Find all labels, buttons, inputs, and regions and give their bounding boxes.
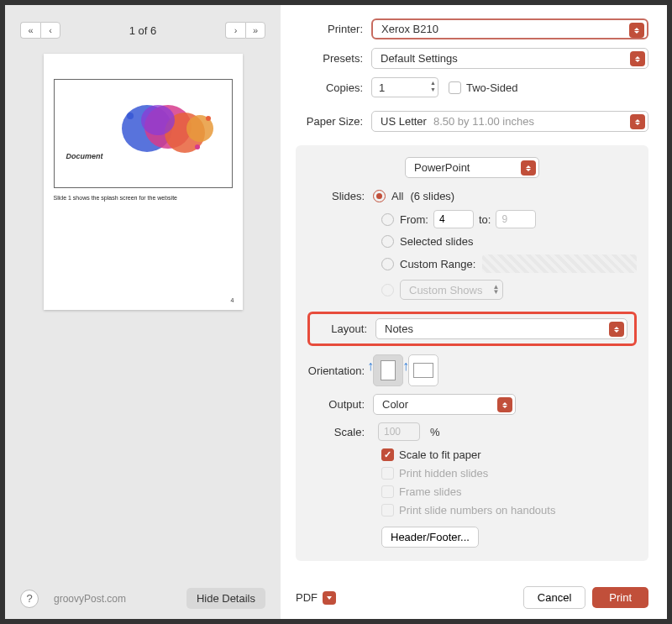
app-section-select[interactable]: PowerPoint	[405, 157, 539, 178]
scale-fit-checkbox[interactable]	[381, 448, 394, 461]
slide-notes-caption: Slide 1 shows the splash screen for the …	[54, 195, 233, 201]
orientation-landscape-button[interactable]: ↑	[408, 354, 438, 386]
slides-from-input[interactable]	[433, 210, 474, 228]
printer-select[interactable]: Xerox B210	[371, 18, 648, 39]
presets-value: Default Settings	[381, 52, 458, 65]
next-page-button[interactable]: ›	[225, 22, 245, 39]
svg-point-7	[195, 144, 200, 149]
frame-slides-label: Frame slides	[399, 485, 461, 498]
up-arrow-icon: ↑	[367, 359, 374, 374]
layout-label: Layout:	[310, 322, 375, 335]
custom-range-input[interactable]	[482, 254, 637, 273]
paper-size-value: US Letter	[381, 115, 427, 128]
layout-select[interactable]: Notes	[375, 318, 627, 339]
printer-value: Xerox B210	[381, 23, 438, 35]
scale-pct: %	[430, 426, 440, 438]
output-select[interactable]: Color	[373, 394, 516, 415]
first-page-button[interactable]: «	[20, 22, 40, 39]
presets-label: Presets:	[296, 52, 371, 65]
slides-custom-range-radio[interactable]	[381, 258, 394, 270]
nav-first-prev: « ‹	[20, 22, 60, 39]
orientation-label: Orientation:	[307, 364, 373, 377]
svg-point-5	[127, 113, 134, 119]
pdf-label: PDF	[296, 591, 318, 604]
help-button[interactable]: ?	[20, 590, 39, 608]
dropdown-caret-icon	[609, 322, 624, 337]
slides-from-label: From:	[400, 213, 428, 226]
cancel-button[interactable]: Cancel	[523, 586, 585, 609]
presets-select[interactable]: Default Settings	[371, 48, 648, 69]
slide-numbers-label: Print slide numbers on handouts	[399, 504, 555, 517]
portrait-page-icon	[381, 360, 396, 380]
scale-label: Scale:	[307, 426, 373, 438]
slides-to-input[interactable]	[496, 210, 536, 228]
watermark-text: groovyPost.com	[54, 593, 186, 605]
app-section-value: PowerPoint	[414, 161, 470, 174]
output-label: Output:	[307, 398, 373, 411]
print-button[interactable]: Print	[592, 587, 648, 608]
prev-page-button[interactable]: ‹	[40, 22, 60, 39]
pdf-menu-button[interactable]: PDF	[296, 591, 336, 605]
copies-label: Copies:	[296, 81, 371, 94]
dropdown-caret-icon	[521, 160, 536, 176]
svg-point-3	[141, 105, 175, 135]
up-arrow-icon: ↑	[402, 359, 409, 374]
header-footer-button[interactable]: Header/Footer...	[381, 527, 479, 548]
slides-from-radio[interactable]	[381, 213, 394, 226]
hidden-slides-label: Print hidden slides	[399, 467, 488, 480]
dropdown-caret-icon	[323, 591, 336, 605]
custom-shows-value: Custom Shows	[409, 284, 482, 296]
paper-size-label: Paper Size:	[296, 115, 371, 128]
copies-value: 1	[379, 81, 385, 94]
landscape-page-icon	[413, 363, 433, 378]
slides-custom-range-label: Custom Range:	[400, 258, 475, 270]
hide-details-button[interactable]: Hide Details	[186, 588, 265, 609]
last-page-button[interactable]: »	[245, 22, 265, 39]
scale-input[interactable]	[378, 422, 420, 441]
slides-custom-shows-radio	[381, 284, 394, 296]
frame-slides-checkbox	[381, 485, 394, 498]
stepper-arrows-icon[interactable]: ▲▼	[430, 80, 436, 93]
layout-highlight: Layout: Notes	[307, 312, 637, 346]
output-value: Color	[382, 398, 408, 411]
slides-all-label: All	[391, 190, 403, 202]
slides-selected-radio[interactable]	[381, 235, 394, 248]
paper-size-select[interactable]: US Letter 8.50 by 11.00 inches	[371, 111, 648, 132]
slide-preview: Document	[54, 79, 233, 188]
custom-shows-select: Custom Shows ▲▼	[400, 280, 503, 300]
slides-all-count: (6 slides)	[410, 190, 454, 202]
page-counter: 1 of 6	[129, 24, 157, 37]
splash-graphic-icon	[101, 87, 227, 170]
dropdown-caret-icon	[629, 23, 644, 38]
two-sided-label: Two-Sided	[466, 81, 517, 94]
slides-label: Slides:	[307, 190, 373, 202]
preview-page-number: 4	[231, 297, 234, 303]
printer-label: Printer:	[296, 23, 371, 35]
app-options-box: PowerPoint Slides: All (6 slides) From: …	[296, 145, 648, 561]
copies-stepper[interactable]: 1 ▲▼	[371, 77, 438, 97]
two-sided-checkbox[interactable]	[449, 81, 461, 94]
nav-next-last: › »	[225, 22, 265, 39]
slides-to-label: to:	[479, 213, 491, 226]
orientation-portrait-button[interactable]: ↑	[373, 354, 403, 386]
scale-fit-label: Scale to fit paper	[399, 448, 481, 461]
preview-panel: « ‹ 1 of 6 › » Doc	[5, 5, 281, 619]
slides-selected-label: Selected slides	[400, 235, 473, 248]
slide-title: Document	[66, 152, 103, 160]
dropdown-caret-icon	[630, 114, 645, 129]
dropdown-caret-icon	[630, 51, 645, 66]
preview-page: Document Slide 1 shows the splash screen…	[44, 54, 243, 310]
hidden-slides-checkbox	[381, 467, 394, 480]
svg-point-6	[206, 116, 211, 121]
slide-numbers-checkbox	[381, 504, 394, 517]
slides-all-radio[interactable]	[373, 190, 386, 202]
dropdown-caret-icon: ▲▼	[493, 285, 500, 295]
dropdown-caret-icon	[497, 397, 512, 412]
settings-panel: Printer: Xerox B210 Presets: Default Set…	[281, 5, 667, 619]
paper-size-dims: 8.50 by 11.00 inches	[433, 115, 534, 128]
layout-value: Notes	[385, 322, 413, 335]
